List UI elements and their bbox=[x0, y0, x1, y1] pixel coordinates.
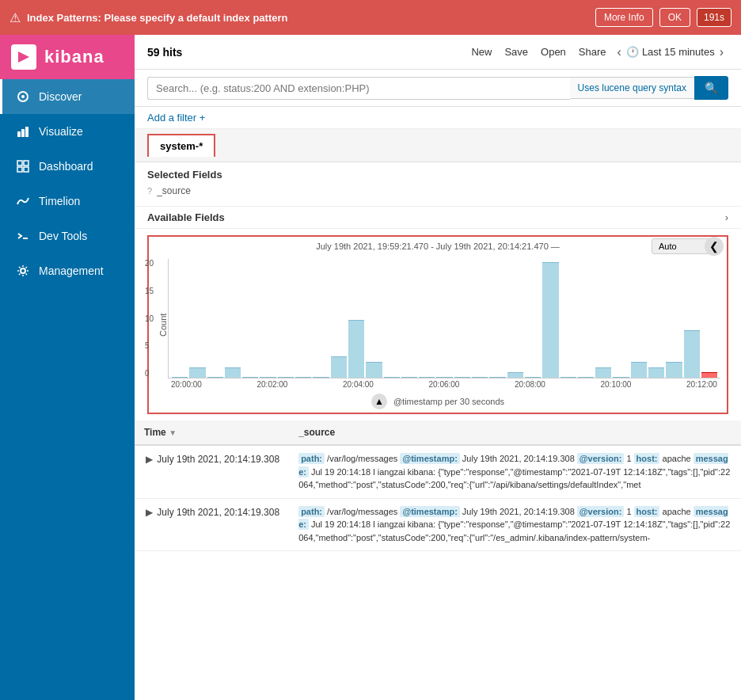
sidebar-item-label-dashboard: Dashboard bbox=[39, 160, 93, 173]
chart-bar-2 bbox=[207, 377, 223, 378]
chart-prev-button[interactable]: ▲ bbox=[371, 394, 387, 409]
chart-bar-8 bbox=[313, 377, 329, 378]
sidebar-item-label-timelion: Timelion bbox=[39, 195, 80, 207]
col-header-time[interactable]: Time ▼ bbox=[135, 420, 289, 445]
open-button[interactable]: Open bbox=[534, 43, 572, 61]
chart-bar-27 bbox=[648, 367, 664, 378]
nav-right-button[interactable]: › bbox=[715, 44, 728, 61]
dashboard-icon bbox=[15, 158, 31, 174]
add-filter-link[interactable]: Add a filter + bbox=[147, 112, 205, 124]
col-header-source[interactable]: _source bbox=[289, 420, 741, 445]
row-expand-button[interactable]: ▶ bbox=[144, 452, 154, 466]
index-tab-bar: system-* bbox=[135, 129, 741, 162]
result-source-cell: path: /var/log/messages @timestamp: July… bbox=[289, 498, 741, 551]
chart-bar-4 bbox=[242, 377, 258, 378]
field-name-source: _source bbox=[157, 185, 191, 196]
svg-rect-4 bbox=[25, 127, 28, 137]
chart-bar-16 bbox=[454, 377, 470, 378]
svg-rect-5 bbox=[17, 161, 22, 165]
ok-button[interactable]: OK bbox=[659, 8, 690, 27]
chart-back-button[interactable]: ❮ bbox=[705, 237, 724, 256]
chart-bar-21 bbox=[542, 262, 558, 378]
chart-plot-area: 05101520 20:00:00 20:02:00 20:04:00 20:0… bbox=[168, 259, 720, 390]
sidebar-logo: kibana bbox=[0, 35, 135, 79]
kibana-logo-icon bbox=[11, 44, 36, 70]
chart-header: July 19th 2021, 19:59:21.470 - July 19th… bbox=[149, 237, 727, 256]
chart-bar-24 bbox=[595, 367, 611, 378]
alert-text: Index Patterns: Please specify a default… bbox=[27, 12, 595, 24]
management-icon bbox=[15, 263, 31, 279]
chart-bar-9 bbox=[331, 356, 347, 378]
sidebar-item-discover[interactable]: Discover bbox=[0, 79, 135, 114]
selected-fields-title: Selected Fields bbox=[147, 169, 728, 181]
chart-x-labels: 20:00:00 20:02:00 20:04:00 20:06:00 20:0… bbox=[168, 379, 720, 390]
sidebar: kibana Discover Visualize bbox=[0, 35, 135, 700]
chart-bars-container: 05101520 bbox=[168, 259, 720, 379]
sidebar-item-label-management: Management bbox=[39, 264, 104, 277]
sidebar-item-management[interactable]: Management bbox=[0, 253, 135, 288]
share-button[interactable]: Share bbox=[572, 43, 613, 61]
chart-bar-22 bbox=[560, 377, 576, 378]
search-bar: Uses lucene query syntax 🔍 bbox=[135, 70, 741, 107]
discover-icon bbox=[15, 89, 31, 105]
sidebar-item-dashboard[interactable]: Dashboard bbox=[0, 149, 135, 184]
svg-point-1 bbox=[21, 95, 25, 98]
hits-count: 59 hits bbox=[147, 46, 182, 59]
search-input[interactable] bbox=[147, 77, 570, 100]
devtools-icon bbox=[15, 228, 31, 244]
chart-bar-13 bbox=[401, 377, 417, 378]
chart-bar-10 bbox=[348, 320, 364, 378]
svg-rect-2 bbox=[17, 131, 21, 137]
sidebar-item-timelion[interactable]: Timelion bbox=[0, 184, 135, 219]
chart-bar-5 bbox=[260, 377, 276, 378]
svg-rect-6 bbox=[24, 161, 28, 165]
chart-bar-3 bbox=[225, 367, 241, 378]
alert-icon: ⚠ bbox=[10, 10, 21, 25]
new-button[interactable]: New bbox=[465, 43, 498, 61]
chart-bar-30 bbox=[701, 372, 717, 378]
available-fields-row[interactable]: Available Fields › bbox=[135, 207, 741, 229]
sidebar-item-devtools[interactable]: Dev Tools bbox=[0, 219, 135, 253]
index-tab[interactable]: system-* bbox=[147, 134, 215, 157]
chart-bar-26 bbox=[631, 362, 647, 378]
chart-bar-0 bbox=[172, 377, 188, 378]
chart-bar-23 bbox=[578, 377, 594, 378]
chart-inner: Count 05101520 20:00:00 20:02:00 20:04:0… bbox=[149, 256, 727, 390]
chart-bar-12 bbox=[384, 377, 400, 378]
add-filter-bar: Add a filter + bbox=[135, 107, 741, 129]
chart-bar-11 bbox=[366, 362, 382, 378]
clock-icon: 🕐 bbox=[626, 46, 639, 58]
result-time-cell: ▶ July 19th 2021, 20:14:19.308 bbox=[135, 445, 289, 498]
chart-bar-25 bbox=[613, 377, 629, 378]
selected-fields-section: Selected Fields ? _source bbox=[135, 162, 741, 207]
more-info-button[interactable]: More Info bbox=[595, 8, 653, 27]
nav-left-button[interactable]: ‹ bbox=[613, 44, 626, 61]
chart-bar-14 bbox=[419, 377, 435, 378]
alert-bar: ⚠ Index Patterns: Please specify a defau… bbox=[0, 0, 741, 35]
save-button[interactable]: Save bbox=[498, 43, 534, 61]
field-type-source: ? bbox=[147, 186, 152, 196]
table-row: ▶ July 19th 2021, 20:14:19.308path: /var… bbox=[135, 445, 741, 498]
row-expand-button[interactable]: ▶ bbox=[144, 505, 154, 519]
search-button[interactable]: 🔍 bbox=[694, 76, 728, 100]
timelion-icon bbox=[15, 193, 31, 209]
sidebar-item-label-visualize: Visualize bbox=[39, 125, 83, 138]
result-time-cell: ▶ July 19th 2021, 20:14:19.308 bbox=[135, 498, 289, 551]
logo-text: kibana bbox=[44, 47, 104, 67]
chart-bar-17 bbox=[472, 377, 488, 378]
chart-y-label: Count bbox=[155, 259, 168, 390]
chart-bar-1 bbox=[189, 367, 205, 378]
svg-rect-8 bbox=[24, 167, 28, 172]
sidebar-item-visualize[interactable]: Visualize bbox=[0, 114, 135, 149]
timer-badge: 191s bbox=[697, 8, 732, 27]
sort-icon-time: ▼ bbox=[169, 428, 177, 437]
available-fields-title: Available Fields bbox=[147, 211, 725, 223]
sidebar-item-label-discover: Discover bbox=[39, 90, 82, 103]
chart-bar-28 bbox=[666, 362, 682, 378]
visualize-icon bbox=[15, 124, 31, 139]
available-fields-chevron[interactable]: › bbox=[725, 211, 728, 223]
chart-bar-19 bbox=[507, 372, 523, 378]
toolbar: 59 hits New Save Open Share ‹ 🕐 Last 15 … bbox=[135, 35, 741, 70]
time-range[interactable]: 🕐 Last 15 minutes bbox=[626, 46, 715, 58]
table-row: ▶ July 19th 2021, 20:14:19.308path: /var… bbox=[135, 498, 741, 551]
